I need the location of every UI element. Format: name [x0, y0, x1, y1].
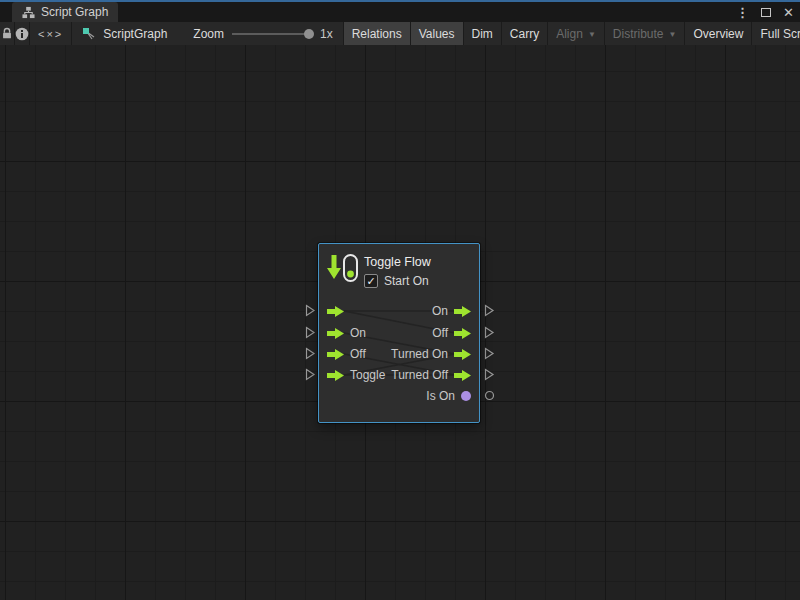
external-input-connector[interactable]	[305, 304, 316, 317]
flow-port-icon	[454, 349, 471, 360]
input-port-row[interactable]: Off	[327, 344, 366, 364]
output-port-row[interactable]: Off	[432, 323, 471, 343]
overview-button[interactable]: Overview	[685, 22, 751, 45]
maximize-icon[interactable]	[761, 8, 771, 17]
node-toggle-flow[interactable]: Toggle Flow ✓ Start On On Off	[318, 243, 480, 423]
align-button[interactable]: Align ▼	[548, 22, 604, 45]
external-output-connector[interactable]	[484, 368, 495, 381]
external-value-connector[interactable]	[484, 390, 495, 401]
lock-button[interactable]	[0, 22, 14, 45]
flow-port-icon	[454, 370, 471, 381]
full-screen-button[interactable]: Full Screen	[752, 22, 800, 45]
output-port-row[interactable]: Turned Off	[391, 365, 471, 385]
window-menu-icon[interactable]: ⋮	[736, 5, 749, 20]
distribute-button[interactable]: Distribute ▼	[605, 22, 685, 45]
input-port-row[interactable]: On	[327, 323, 366, 343]
flow-port-icon	[327, 349, 344, 360]
external-input-connector[interactable]	[305, 347, 316, 360]
dim-button[interactable]: Dim	[464, 22, 501, 45]
flow-port-icon	[327, 370, 344, 381]
zoom-value: 1x	[320, 27, 333, 41]
info-button[interactable]	[15, 22, 29, 45]
output-port-row[interactable]: Is On	[426, 386, 471, 406]
dropdown-arrow-icon: ▼	[669, 30, 677, 39]
dropdown-arrow-icon: ▼	[588, 30, 596, 39]
graph-hierarchy-icon	[22, 6, 35, 19]
input-port-row[interactable]	[327, 301, 350, 321]
flow-port-icon	[454, 306, 471, 317]
lock-icon	[0, 26, 14, 41]
graph-toolbar: <×> ScriptGraph Zoom 1x Relations Values	[0, 22, 800, 45]
external-input-connector[interactable]	[305, 368, 316, 381]
title-bar: Script Graph ⋮ ✕	[0, 0, 800, 22]
checkmark-icon: ✓	[366, 276, 375, 287]
zoom-label: Zoom	[193, 27, 224, 41]
node-header: Toggle Flow ✓ Start On	[326, 252, 431, 288]
tab-title: Script Graph	[41, 5, 108, 19]
external-output-connector[interactable]	[484, 326, 495, 339]
breadcrumb[interactable]: ScriptGraph	[72, 22, 179, 45]
flow-port-icon	[327, 306, 344, 317]
script-graph-window: Script Graph ⋮ ✕ <×>	[0, 0, 800, 600]
graph-canvas[interactable]: Toggle Flow ✓ Start On On Off	[0, 45, 800, 600]
flow-port-icon	[327, 328, 344, 339]
carry-button[interactable]: Carry	[502, 22, 547, 45]
external-output-connector[interactable]	[484, 347, 495, 360]
flow-port-icon	[454, 328, 471, 339]
node-title: Toggle Flow	[364, 255, 431, 269]
output-port-row[interactable]: Turned On	[391, 344, 471, 364]
zoom-control: Zoom 1x	[179, 22, 342, 45]
zoom-slider[interactable]	[232, 33, 312, 35]
external-input-connector[interactable]	[305, 326, 316, 339]
toggle-flow-icon	[326, 252, 360, 288]
script-graph-asset-icon	[82, 27, 96, 41]
value-port-icon	[461, 391, 471, 401]
external-output-connector[interactable]	[484, 304, 495, 317]
info-icon	[15, 27, 29, 41]
zoom-slider-handle[interactable]	[304, 29, 314, 39]
tab-script-graph[interactable]: Script Graph	[12, 2, 118, 22]
close-icon[interactable]: ✕	[783, 5, 794, 20]
code-toggle-icon: <×>	[38, 28, 63, 40]
output-port-row[interactable]: On	[432, 301, 471, 321]
start-on-checkbox[interactable]: ✓	[364, 274, 378, 288]
graph-name: ScriptGraph	[103, 27, 167, 41]
relations-button[interactable]: Relations	[344, 22, 410, 45]
values-button[interactable]: Values	[411, 22, 463, 45]
start-on-label: Start On	[384, 274, 429, 288]
input-port-row[interactable]: Toggle	[327, 365, 385, 385]
code-view-toggle[interactable]: <×>	[30, 22, 71, 45]
